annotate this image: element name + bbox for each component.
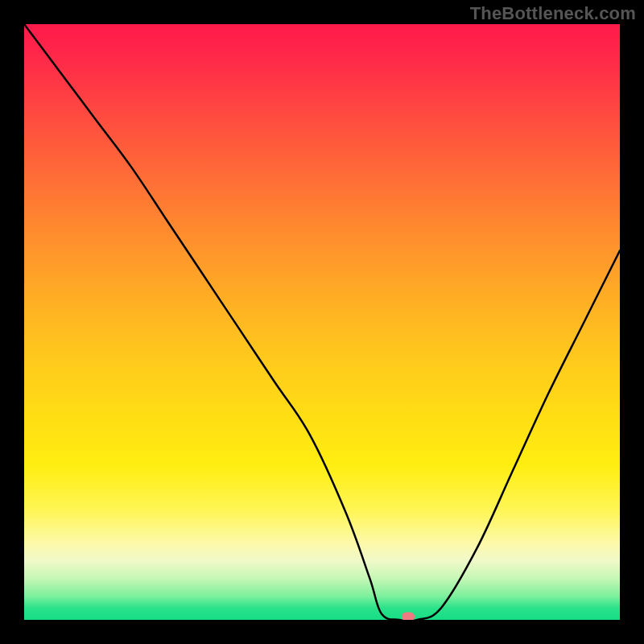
optimum-marker [402,613,415,620]
plot-area [24,24,620,620]
chart-frame: TheBottleneck.com [0,0,644,644]
bottleneck-line [24,24,620,620]
watermark-label: TheBottleneck.com [470,3,636,24]
